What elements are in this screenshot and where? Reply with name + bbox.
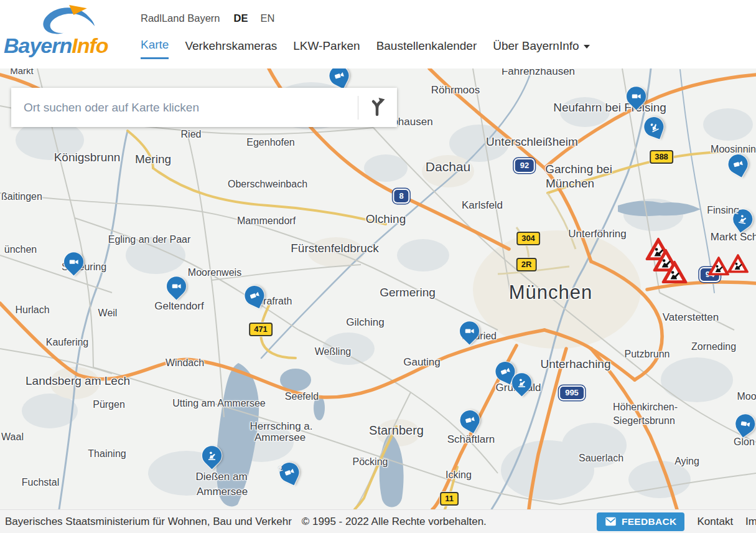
nav-karte[interactable]: Karte (141, 38, 169, 59)
map-place-label: Seefeld (285, 391, 319, 402)
traffic-camera-marker[interactable] (166, 276, 187, 298)
roadworks-info-marker[interactable] (201, 445, 222, 468)
road-badge-304: 304 (516, 232, 540, 245)
roadworks-warning-sign[interactable] (708, 256, 730, 278)
envelope-icon (605, 517, 617, 526)
traffic-camera-marker[interactable] (625, 86, 646, 108)
lang-en-button[interactable]: EN (260, 12, 274, 24)
ministry-text: Bayerisches Staatsministerium für Wohnen… (5, 516, 292, 528)
footer: Bayerisches Staatsministerium für Wohnen… (0, 509, 756, 533)
traffic-camera-icon (162, 273, 190, 300)
traffic-camera-marker[interactable] (459, 321, 480, 343)
impressum-link-cut[interactable]: Im (745, 516, 756, 527)
nav-verkehrskameras[interactable]: Verkehrskameras (185, 38, 277, 59)
map-place-label: Moorenweis (188, 267, 241, 278)
map-place-label: Weßling (315, 346, 351, 357)
map-place-label: Pürgen (93, 399, 125, 410)
search-input[interactable] (11, 101, 358, 115)
map-place-label: Putzbrunn (625, 349, 670, 360)
map-place-label: Geltendorf (154, 300, 203, 313)
roadworks-info-marker[interactable] (511, 372, 532, 395)
map-place-label: Gilching (346, 316, 384, 329)
footer-links: KontaktIm (684, 516, 756, 528)
traffic-camera-icon (622, 83, 650, 110)
roadworks-info-marker[interactable]: 2 (730, 207, 755, 233)
route-fork-icon (368, 97, 388, 118)
map-place-label: Zorneding (691, 341, 736, 352)
map-place-label: Ammersee (254, 432, 306, 444)
map-place-label: Landsberg am Lech (26, 374, 130, 388)
map-place-label: Utting am Ammersee (172, 398, 265, 409)
map-place-label: Ammersee (197, 486, 248, 498)
roadworks-warning-sign[interactable] (727, 253, 749, 276)
map-place-label: Markt (10, 68, 34, 76)
map-place-label: Egenhofen (246, 137, 294, 148)
map-place-label: München (546, 177, 594, 191)
map-place-label: Vaterstetten (663, 311, 719, 324)
map-place-label: Thaining (88, 448, 126, 460)
feedback-button[interactable]: FEEDBACK (597, 512, 685, 531)
traffic-camera-icon (455, 318, 483, 345)
main-nav: KarteVerkehrskamerasLKW-ParkenBaustellen… (141, 38, 590, 59)
traffic-camera-marker[interactable] (63, 252, 84, 274)
map-place-label: ünchen (4, 244, 37, 255)
nav-lkw-parken[interactable]: LKW-Parken (293, 38, 360, 59)
road-badge-92: 92 (514, 158, 535, 173)
nav-ueber-bayerninfo[interactable]: Über BayernInfo (493, 38, 589, 59)
nav-baustellenkalender[interactable]: Baustellenkalender (376, 38, 477, 59)
kontakt-link[interactable]: Kontakt (697, 516, 733, 527)
map-place-label: Oberschweinbach (228, 179, 307, 190)
map-place-label: Hurlach (15, 304, 49, 316)
roadworks-info-icon (198, 442, 225, 469)
bayerninfo-logo[interactable]: BayernInfo (2, 2, 127, 65)
map-place-label: Moo (737, 391, 756, 402)
map-place-label: Moosinning (711, 144, 756, 155)
map-place-label: Sauerlach (579, 453, 623, 464)
map-place-label: Egling an der Paar (108, 234, 191, 245)
copyright-text: © 1995 - 2022 Alle Rechte vorbehalten. (302, 516, 487, 528)
road-badge-388: 388 (650, 150, 673, 164)
map-place-label: Röhrmoos (431, 84, 480, 97)
chevron-down-icon (584, 45, 590, 49)
map-place-label: Markt Sch (711, 231, 756, 243)
map-place-label: Glon (734, 436, 755, 448)
map-place-label: Weil (98, 308, 118, 319)
road-badge-2r: 2R (516, 258, 537, 271)
map-place-label: Königsbrunn (54, 151, 121, 164)
route-button[interactable] (358, 88, 397, 127)
map-place-label: Ried (181, 129, 202, 140)
lang-de-button[interactable]: DE (234, 12, 248, 24)
bayerninfo-swoosh-icon (32, 5, 107, 36)
map-place-label: Icking (446, 469, 472, 481)
map-place-label: Fahrenzhausen (502, 68, 575, 78)
map-place-label: Windach (166, 357, 204, 369)
map-background (0, 68, 756, 509)
map-place-label: Pöcking (353, 456, 388, 468)
map-place-label: Karlsfeld (462, 199, 503, 212)
map-place-label: Gauting (403, 356, 441, 369)
map-place-label: bhausen (392, 116, 432, 128)
roadworks-info-icon (508, 369, 535, 397)
roadworks-warning-sign[interactable] (661, 260, 688, 286)
map-viewport[interactable]: 9283883042R4719959411MarktFahrenzhausenR… (0, 68, 756, 509)
map-place-label: Germering (380, 286, 436, 300)
map-place-label: Starnberg (369, 423, 424, 438)
map-place-label: Unterhaching (540, 357, 610, 371)
map-place-label: Höhenkirchen- (613, 402, 678, 413)
map-place-label: Dießen am (195, 471, 247, 483)
map-place-label: Aying (674, 456, 699, 467)
map-place-label: Fürstenfeldbruck (291, 242, 379, 255)
map-place-label: Waal (1, 432, 24, 443)
traffic-camera-marker[interactable] (732, 412, 756, 438)
map-place-label: Fuchstal (22, 477, 59, 488)
map-place-label: Neufahrn bei Freising (553, 101, 666, 115)
map-place-label: Unterföhring (568, 228, 627, 240)
map-place-label: München (509, 281, 593, 304)
radlland-bayern-link[interactable]: RadlLand Bayern (141, 12, 220, 24)
map-place-label: Dachau (426, 159, 470, 174)
road-badge-995: 995 (559, 385, 585, 400)
header: BayernInfo RadlLand Bayern DE EN KarteVe… (0, 0, 756, 68)
map-place-label: Mammendorf (237, 215, 296, 227)
map-place-label: Siegertsbrunn (613, 415, 675, 427)
traffic-camera-icon (60, 248, 87, 276)
